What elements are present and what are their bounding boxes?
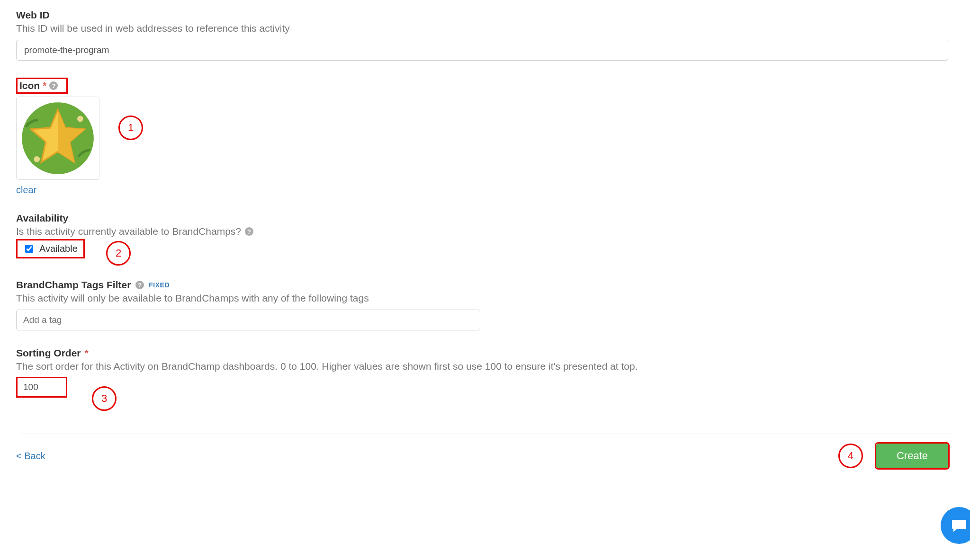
web-id-group: Web ID This ID will be used in web addre… xyxy=(16,9,954,61)
icon-label: Icon xyxy=(19,80,40,91)
sorting-order-input[interactable] xyxy=(16,377,67,398)
callout-3: 3 xyxy=(92,386,117,411)
callout-1: 1 xyxy=(118,116,143,140)
available-checkbox-wrap[interactable]: Available xyxy=(16,239,85,258)
create-button[interactable]: Create xyxy=(876,444,948,468)
back-link[interactable]: < Back xyxy=(16,451,45,462)
svg-point-2 xyxy=(77,116,83,122)
availability-sublabel: Is this activity currently available to … xyxy=(16,226,241,237)
form-footer: < Back 4 Create xyxy=(16,444,948,468)
help-icon[interactable]: ? xyxy=(135,281,144,289)
star-icon xyxy=(20,101,95,176)
web-id-sublabel: This ID will be used in web addresses to… xyxy=(16,23,954,34)
icon-group: Icon * ? clear 1 xyxy=(16,78,954,196)
help-icon[interactable]: ? xyxy=(245,227,253,236)
sorting-order-group: Sorting Order * The sort order for this … xyxy=(16,347,954,398)
available-checkbox-label: Available xyxy=(39,243,78,254)
available-checkbox[interactable] xyxy=(25,245,33,253)
web-id-input[interactable] xyxy=(16,40,948,61)
tags-group: BrandChamp Tags Filter ? FIXED This acti… xyxy=(16,279,954,330)
callout-2: 2 xyxy=(106,241,131,266)
tags-fixed-badge: FIXED xyxy=(149,281,170,289)
callout-4: 4 xyxy=(838,444,863,468)
icon-preview[interactable] xyxy=(16,97,99,180)
tags-input[interactable] xyxy=(16,310,480,330)
web-id-label: Web ID xyxy=(16,9,50,21)
sorting-order-required-marker: * xyxy=(85,347,89,359)
svg-point-1 xyxy=(34,156,40,162)
availability-group: Availability Is this activity currently … xyxy=(16,213,954,258)
tags-sublabel: This activity will only be available to … xyxy=(16,293,954,304)
sorting-order-sublabel: The sort order for this Activity on Bran… xyxy=(16,361,954,372)
icon-label-highlight: Icon * ? xyxy=(16,78,68,94)
sorting-order-label: Sorting Order xyxy=(16,347,81,359)
icon-required-marker: * xyxy=(43,80,46,91)
tags-label: BrandChamp Tags Filter xyxy=(16,279,131,291)
icon-clear-link[interactable]: clear xyxy=(16,185,36,196)
footer-divider xyxy=(19,434,951,434)
availability-label: Availability xyxy=(16,213,68,224)
help-icon[interactable]: ? xyxy=(49,81,58,90)
